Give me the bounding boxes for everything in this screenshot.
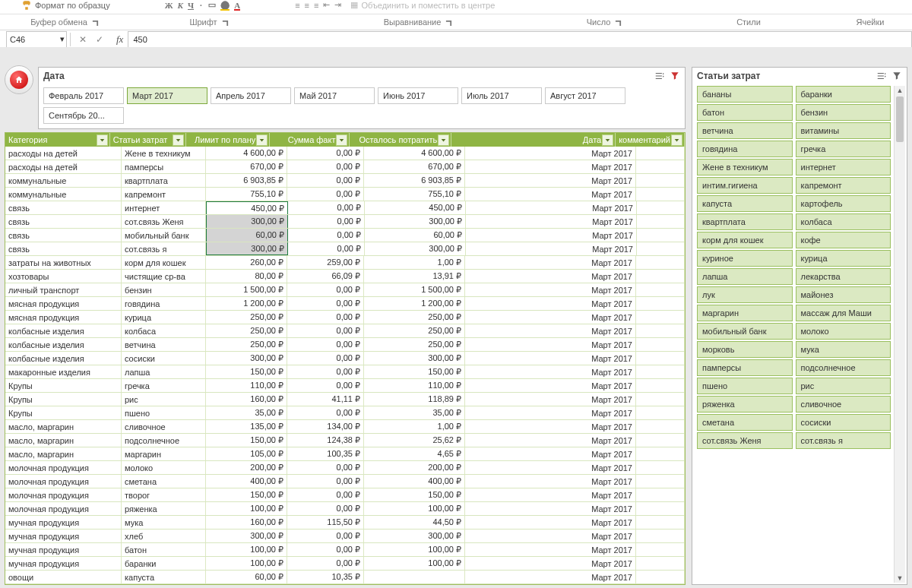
fill-color-icon[interactable]: ⬤ (220, 0, 230, 10)
align-center-icon[interactable]: ≡ (305, 1, 309, 10)
formula-bar[interactable]: 450 (128, 31, 912, 48)
x-icon: ✕ (79, 34, 87, 45)
format-painter-button[interactable]: Формат по образцу (21, 0, 110, 11)
ribbon-fragment: Формат по образцу Ж К Ч · ▭ ⬤ A ≡ ≡ ≡ ⇤ … (0, 0, 912, 14)
name-box[interactable]: C46 ▾ (6, 31, 67, 48)
italic-icon[interactable]: К (178, 1, 183, 10)
dialog-launcher-icon[interactable] (615, 20, 622, 27)
ribbon-group-labels: Буфер обмена Шрифт Выравнивание Число Ст… (0, 14, 912, 30)
indent-inc-icon[interactable]: ⇥ (334, 0, 341, 10)
indent-dec-icon[interactable]: ⇤ (323, 0, 330, 10)
dialog-launcher-icon[interactable] (92, 20, 99, 27)
align-left-icon[interactable]: ≡ (295, 1, 299, 10)
align-tools[interactable]: ≡ ≡ ≡ ⇤ ⇥ (295, 0, 341, 10)
bold-icon[interactable]: Ж (165, 1, 173, 10)
dialog-launcher-icon[interactable] (222, 20, 229, 27)
underline-icon[interactable]: Ч (188, 1, 194, 10)
font-color-icon[interactable]: A (234, 1, 240, 10)
border-icon[interactable]: ▭ (208, 0, 216, 10)
fx-icon[interactable]: fx (116, 33, 123, 46)
dialog-launcher-icon[interactable] (445, 20, 452, 27)
chevron-down-icon[interactable]: ▾ (60, 34, 65, 44)
merge-center-button[interactable]: ▦ Объединить и поместить в центре (350, 0, 495, 10)
check-icon: ✓ (96, 34, 103, 45)
cancel-formula-button[interactable]: ✕ (75, 33, 90, 46)
font-tools[interactable]: Ж К Ч · ▭ ⬤ A (165, 0, 241, 10)
align-right-icon[interactable]: ≡ (314, 1, 318, 10)
accept-formula-button[interactable]: ✓ (92, 33, 107, 46)
merge-icon: ▦ (350, 0, 358, 10)
paintbrush-icon (21, 0, 32, 11)
